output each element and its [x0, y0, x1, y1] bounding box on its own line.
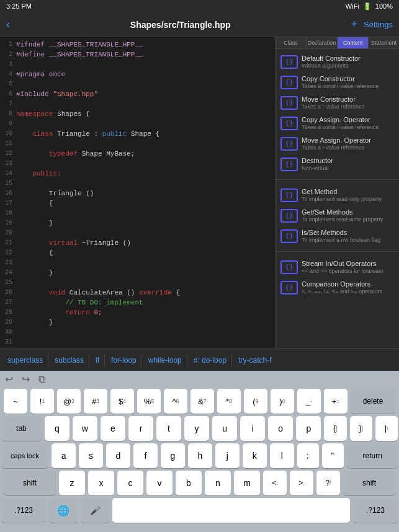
key-c[interactable]: c — [117, 471, 143, 495]
snippet-getset-methods[interactable]: {} Get/Set Methods To implement read-wri… — [276, 205, 399, 226]
key-r[interactable]: r — [128, 416, 153, 441]
key-q[interactable]: q — [45, 416, 69, 441]
key-tilde[interactable]: ~ — [4, 389, 27, 414]
key-a[interactable]: a — [52, 443, 76, 468]
key-j[interactable]: j — [215, 443, 240, 468]
return-key[interactable]: return — [347, 443, 398, 468]
mic-key[interactable]: 🎤 — [81, 498, 109, 523]
autocomplete-while-loop[interactable]: while-loop — [143, 353, 187, 367]
key-e[interactable]: e — [101, 416, 125, 441]
tab-declaration[interactable]: Declaration — [307, 37, 338, 48]
redo-button[interactable]: ↪ — [22, 373, 30, 385]
key-v[interactable]: v — [146, 471, 173, 495]
key-y[interactable]: y — [184, 416, 209, 441]
key-lt[interactable]: <, — [263, 471, 287, 495]
key-quote[interactable]: "' — [322, 443, 344, 468]
snippet-stream-operators[interactable]: {} Stream In/Out Operators << and >> ope… — [276, 257, 399, 277]
key-lparen[interactable]: (9 — [244, 389, 267, 414]
snippet-move-assign[interactable]: {} Move Assign. Operator Takes a r-value… — [276, 133, 399, 154]
key-m[interactable]: m — [234, 471, 260, 495]
snippet-icon: {} — [280, 137, 298, 151]
tab-key[interactable]: tab — [1, 416, 42, 441]
code-line-21: 21 virtual ~Triangle () — [0, 238, 275, 248]
snippet-icon: {} — [280, 281, 298, 295]
code-line-27: 27 // TO DO: implement — [0, 298, 275, 308]
copy-button[interactable]: ⧉ — [38, 374, 45, 385]
autocomplete-try-catch[interactable]: try-catch-f — [233, 353, 276, 367]
snippet-isset-methods[interactable]: {} Is/Set Methods To implement a r/w boo… — [276, 226, 399, 246]
key-b[interactable]: b — [176, 471, 202, 495]
code-line-2: 2 #define __SHAPES_TRIANGLE_HPP__ — [0, 50, 275, 60]
shift-right-key[interactable]: shift — [343, 471, 395, 495]
key-l[interactable]: l — [270, 443, 294, 468]
autocomplete-superclass[interactable]: superclass — [2, 353, 48, 367]
key-k[interactable]: k — [243, 443, 267, 468]
key-question[interactable]: ?/ — [316, 471, 340, 495]
autocomplete-subclass[interactable]: subclass — [50, 353, 89, 367]
keyboard-qwerty-row: tab q w e r t y u i o p {[ }] |\ — [1, 416, 398, 441]
key-star[interactable]: *8 — [217, 389, 241, 414]
autocomplete-if[interactable]: if — [91, 353, 105, 367]
status-battery: 100% — [375, 2, 393, 10]
key-t[interactable]: t — [156, 416, 181, 441]
key-amp[interactable]: &7 — [191, 389, 214, 414]
key-lbrace[interactable]: {[ — [324, 416, 346, 441]
snippet-icon: {} — [280, 157, 298, 171]
key-i[interactable]: i — [240, 416, 265, 441]
key-caret[interactable]: ^6 — [164, 389, 187, 414]
autocomplete-for-loop[interactable]: for-loop — [106, 353, 142, 367]
shift-left-key[interactable]: shift — [4, 471, 56, 495]
key-z[interactable]: z — [59, 471, 85, 495]
key-underscore[interactable]: _- — [297, 389, 321, 414]
key-f[interactable]: f — [133, 443, 158, 468]
code-line-11: 11 — [0, 139, 275, 149]
key-h[interactable]: h — [188, 443, 212, 468]
key-p[interactable]: p — [296, 416, 321, 441]
globe-key[interactable]: 🌐 — [49, 498, 78, 523]
space-key[interactable] — [112, 498, 350, 523]
tab-class[interactable]: Class — [276, 37, 307, 48]
tab-statement[interactable]: Statement — [369, 37, 399, 48]
num-toggle-key-right[interactable]: .?123 — [353, 498, 398, 523]
key-x[interactable]: x — [88, 471, 114, 495]
code-line-19: 19 } — [0, 218, 275, 228]
delete-key[interactable]: delete — [351, 389, 395, 414]
key-pipe[interactable]: |\ — [375, 416, 398, 441]
num-toggle-key[interactable]: .?123 — [1, 498, 46, 523]
key-at[interactable]: @2 — [57, 389, 81, 414]
code-line-3: 3 — [0, 60, 275, 69]
add-button[interactable]: + — [351, 18, 357, 31]
key-g[interactable]: g — [161, 443, 185, 468]
snippet-icon: {} — [280, 117, 298, 130]
key-percent[interactable]: %5 — [137, 389, 161, 414]
capslock-key[interactable]: caps lock — [1, 443, 48, 468]
key-rparen[interactable]: )0 — [271, 389, 294, 414]
key-u[interactable]: u — [212, 416, 237, 441]
snippet-comparison-operators[interactable]: {} Comparison Operators <, >, ==, !=, <=… — [276, 277, 399, 298]
undo-button[interactable]: ↩ — [5, 373, 13, 385]
back-button[interactable]: ‹ — [6, 18, 10, 31]
snippet-copy-constructor[interactable]: {} Copy Constructor Takes a const l-valu… — [276, 72, 399, 92]
key-dollar[interactable]: $4 — [110, 389, 134, 414]
snippet-destructor[interactable]: {} Destructor Non-virtual — [276, 154, 399, 174]
key-exclaim[interactable]: !1 — [30, 389, 54, 414]
code-panel[interactable]: 1 #ifndef __SHAPES_TRIANGLE_HPP__ 2 #def… — [0, 37, 275, 348]
key-d[interactable]: d — [106, 443, 130, 468]
key-n[interactable]: n — [205, 471, 231, 495]
autocomplete-do-loop[interactable]: #: do-loop — [189, 353, 232, 367]
key-w[interactable]: w — [73, 416, 97, 441]
key-rbrace[interactable]: }] — [350, 416, 372, 441]
code-line-18: 18 — [0, 208, 275, 218]
key-hash[interactable]: #3 — [84, 389, 107, 414]
snippet-get-method[interactable]: {} Get Method To implement read-only pro… — [276, 185, 399, 205]
key-s[interactable]: s — [79, 443, 103, 468]
snippet-default-constructor[interactable]: {} Default Constructor Without arguments — [276, 51, 399, 72]
settings-button[interactable]: Settings — [364, 20, 393, 29]
tab-content[interactable]: Content — [338, 37, 369, 48]
key-plus[interactable]: += — [324, 389, 347, 414]
key-gt[interactable]: >. — [290, 471, 313, 495]
snippet-move-constructor[interactable]: {} Move Constructor Takes a r-value refe… — [276, 92, 399, 113]
key-semicolon[interactable]: ;: — [297, 443, 319, 468]
key-o[interactable]: o — [268, 416, 293, 441]
snippet-copy-assign[interactable]: {} Copy Assign. Operator Takes a const l… — [276, 113, 399, 133]
